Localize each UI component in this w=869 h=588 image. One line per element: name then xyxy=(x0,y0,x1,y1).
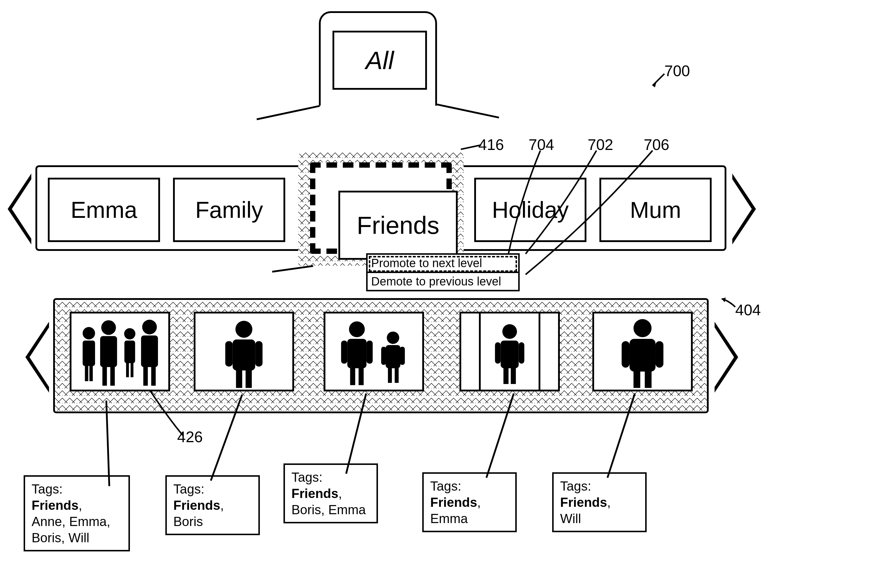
person-icon xyxy=(594,314,691,390)
svg-rect-24 xyxy=(341,341,347,364)
tags-label: Tags: xyxy=(560,478,639,494)
svg-rect-32 xyxy=(388,367,392,383)
thumbnail-scroll-left-icon[interactable] xyxy=(25,322,49,392)
ref-label: 416 xyxy=(478,136,504,154)
tag-rest: Boris, Emma xyxy=(291,502,366,517)
tag-bold: Friends xyxy=(291,486,338,501)
tag-callout: Tags: Friends, Boris xyxy=(165,475,260,535)
category-selected-wrap: Friends xyxy=(298,151,464,266)
ref-arrow-icon xyxy=(650,71,667,89)
svg-rect-44 xyxy=(633,370,640,388)
thumbnail-item[interactable] xyxy=(70,312,170,391)
category-friends[interactable]: Friends xyxy=(338,191,458,260)
svg-point-12 xyxy=(142,320,157,335)
svg-rect-7 xyxy=(110,366,115,386)
tag-callout: Tags: Friends, Will xyxy=(552,472,647,532)
svg-rect-41 xyxy=(630,339,655,372)
leader-line xyxy=(105,401,110,486)
person-icon xyxy=(461,314,558,390)
svg-point-22 xyxy=(349,321,365,338)
svg-rect-17 xyxy=(233,339,255,370)
thumbnail-scroll-right-icon[interactable] xyxy=(715,322,738,392)
svg-rect-11 xyxy=(130,361,133,377)
tag-callout: Tags: Friends, Anne, Emma, Boris, Will xyxy=(24,475,130,551)
thumbnail-item[interactable] xyxy=(592,312,693,391)
svg-rect-10 xyxy=(126,361,129,377)
tag-rest: Will xyxy=(560,511,581,526)
svg-rect-42 xyxy=(621,341,630,368)
svg-rect-21 xyxy=(246,369,252,388)
svg-point-28 xyxy=(387,332,399,344)
tag-rest: Emma xyxy=(430,511,468,526)
leader-curve xyxy=(523,148,661,277)
tag-callout: Tags: Friends, Boris, Emma xyxy=(283,464,378,523)
category-emma[interactable]: Emma xyxy=(48,178,160,242)
tag-bold: Friends xyxy=(560,495,607,510)
svg-rect-37 xyxy=(519,342,524,364)
connector-line xyxy=(257,105,320,120)
tags-label: Tags: xyxy=(174,481,252,497)
svg-rect-9 xyxy=(124,341,135,363)
svg-point-4 xyxy=(101,320,116,335)
svg-point-8 xyxy=(124,328,135,339)
parent-category-label: All xyxy=(334,46,425,75)
two-people-icon xyxy=(325,314,422,390)
tag-bold: Friends xyxy=(31,498,79,512)
tags-label: Tags: xyxy=(430,478,509,494)
svg-rect-33 xyxy=(395,367,399,383)
ref-label: 700 xyxy=(664,62,690,80)
thumbnail-item[interactable] xyxy=(460,312,560,391)
parent-category-tab[interactable]: All xyxy=(319,11,437,106)
thumbnail-item[interactable] xyxy=(194,312,294,391)
category-label: Friends xyxy=(357,211,439,240)
category-selected-highlight: Friends xyxy=(310,162,452,254)
svg-point-40 xyxy=(633,319,651,337)
context-menu-promote[interactable]: Promote to next level xyxy=(368,255,518,273)
svg-rect-43 xyxy=(655,341,663,368)
divider xyxy=(538,314,540,390)
svg-rect-35 xyxy=(500,341,519,368)
context-menu: Promote to next level Demote to previous… xyxy=(366,253,520,291)
svg-rect-13 xyxy=(141,336,158,367)
ref-arrow-icon xyxy=(718,295,738,313)
svg-point-34 xyxy=(502,324,517,339)
svg-rect-2 xyxy=(85,364,88,381)
connector-line xyxy=(272,265,313,273)
context-menu-demote[interactable]: Demote to previous level xyxy=(368,273,518,290)
svg-rect-31 xyxy=(400,347,405,365)
svg-rect-6 xyxy=(102,366,107,386)
leader-curve xyxy=(148,388,189,438)
divider xyxy=(479,314,481,390)
ref-label: 404 xyxy=(735,301,761,319)
svg-point-0 xyxy=(83,327,95,339)
thumbnail-item[interactable] xyxy=(323,312,424,391)
svg-rect-5 xyxy=(100,336,117,367)
people-group-icon xyxy=(71,314,168,390)
svg-rect-1 xyxy=(83,341,95,366)
tag-bold: Friends xyxy=(174,498,220,512)
svg-rect-20 xyxy=(236,369,242,388)
tag-bold: Friends xyxy=(430,495,477,510)
svg-rect-38 xyxy=(503,367,509,384)
category-scroll-left-icon[interactable] xyxy=(8,173,31,244)
svg-rect-45 xyxy=(645,370,652,388)
svg-rect-30 xyxy=(381,347,386,365)
tag-rest: Boris xyxy=(174,514,203,529)
svg-rect-26 xyxy=(350,367,355,385)
category-family[interactable]: Family xyxy=(173,178,285,242)
category-scroll-right-icon[interactable] xyxy=(732,173,756,244)
person-icon xyxy=(196,314,292,390)
category-row-left: Emma Family xyxy=(36,165,298,251)
svg-rect-27 xyxy=(359,367,363,385)
category-label: Family xyxy=(195,197,263,224)
parent-category-box: All xyxy=(332,31,427,90)
tags-label: Tags: xyxy=(291,469,370,485)
svg-point-16 xyxy=(235,321,252,338)
connector-line xyxy=(436,103,499,118)
svg-rect-29 xyxy=(386,345,400,368)
svg-rect-23 xyxy=(347,339,366,368)
svg-rect-36 xyxy=(495,342,500,364)
tag-rest: Anne, Emma, Boris, Will xyxy=(31,514,110,545)
tag-callout: Tags: Friends, Emma xyxy=(422,472,517,532)
svg-rect-39 xyxy=(511,367,516,384)
